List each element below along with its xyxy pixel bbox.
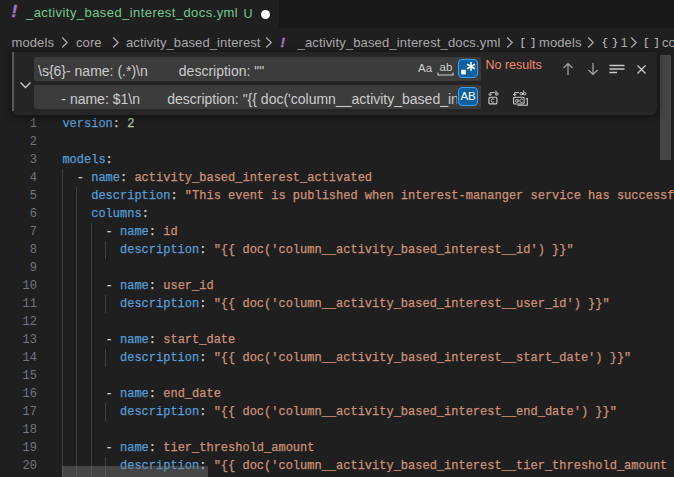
svg-text:ab: ab bbox=[439, 61, 452, 73]
